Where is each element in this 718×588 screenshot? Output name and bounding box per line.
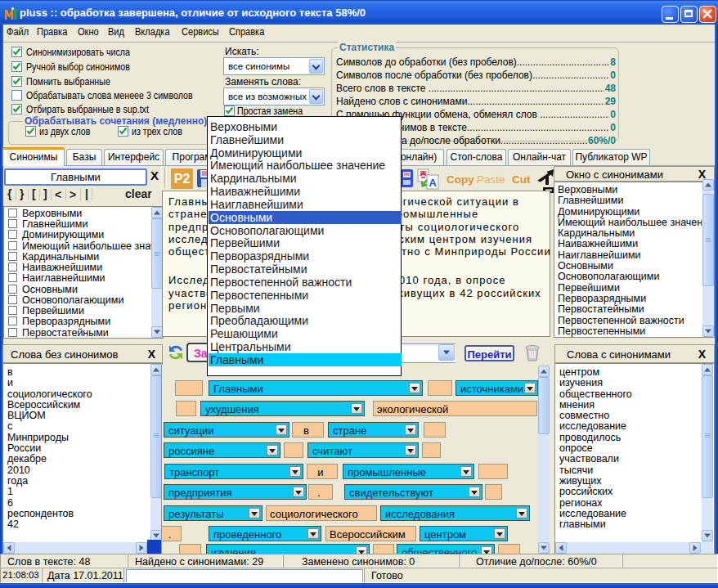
svg-text:A: A xyxy=(429,177,438,189)
